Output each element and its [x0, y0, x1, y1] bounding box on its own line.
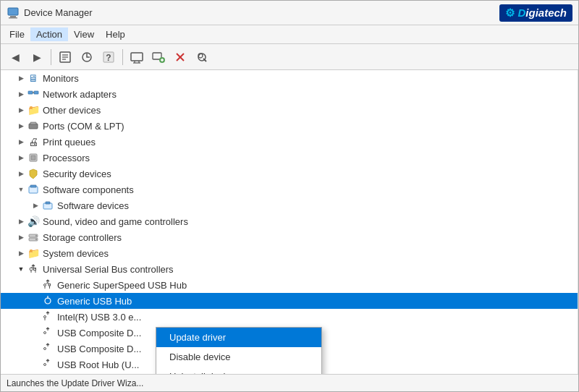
tree-item-print[interactable]: ▶ 🖨 Print queues: [1, 134, 578, 150]
toolbar-help-btn[interactable]: ?: [98, 48, 119, 67]
svg-rect-0: [8, 8, 18, 15]
svg-rect-46: [48, 284, 51, 286]
security-icon: [27, 167, 40, 180]
device-tree[interactable]: ▶ 🖥 Monitors ▶ Network adapters ▶: [1, 70, 578, 374]
tree-toggle-ports[interactable]: ▶: [15, 120, 27, 132]
sw-components-label: Software components: [43, 184, 134, 195]
superspeed-icon: [41, 278, 54, 291]
security-label: Security devices: [43, 169, 111, 179]
menu-help[interactable]: Help: [100, 27, 131, 41]
tree-toggle-system[interactable]: ▶: [15, 247, 27, 259]
tree-item-software-components[interactable]: ▼ Software components: [1, 182, 578, 197]
toolbar-remove-btn[interactable]: [170, 48, 190, 67]
sw-devices-icon: [41, 199, 54, 212]
tree-toggle-print[interactable]: ▶: [15, 136, 27, 148]
toolbar-separator-1: [51, 49, 51, 65]
ports-label: Ports (COM & LPT): [43, 121, 124, 132]
menu-bar: File Action View Help: [1, 25, 578, 44]
svg-point-38: [30, 268, 33, 270]
svg-rect-23: [28, 91, 33, 94]
tree-toggle-usb[interactable]: ▼: [15, 263, 27, 275]
context-disable-device[interactable]: Disable device: [156, 347, 321, 367]
svg-rect-2: [9, 17, 17, 19]
toolbar-monitor-btn[interactable]: [127, 48, 147, 67]
status-text: Launches the Update Driver Wiza...: [7, 378, 143, 388]
svg-line-49: [46, 283, 48, 284]
network-label: Network adapters: [43, 89, 117, 100]
svg-rect-31: [30, 185, 36, 187]
root-hub-icon: [41, 358, 54, 371]
tree-toggle-sw-devices[interactable]: ▶: [30, 200, 41, 211]
other-devices-label: Other devices: [43, 105, 101, 116]
ports-icon: [27, 119, 40, 132]
composite2-icon: [41, 342, 54, 355]
tree-item-security[interactable]: ▶ Security devices: [1, 166, 578, 182]
svg-point-45: [44, 284, 46, 286]
tree-toggle-other[interactable]: ▶: [15, 104, 27, 116]
svg-point-55: [44, 348, 46, 350]
status-bar: Launches the Update Driver Wiza...: [1, 374, 578, 391]
tree-item-generic-usb[interactable]: ▶ Generic USB Hub: [1, 293, 578, 309]
toolbar: ◀ ▶ ?: [1, 44, 578, 70]
network-icon: [27, 88, 40, 101]
tree-item-ports[interactable]: ▶ Ports (COM & LPT): [1, 118, 578, 134]
tree-toggle-security[interactable]: ▶: [15, 168, 27, 179]
tree-toggle-sound[interactable]: ▶: [15, 216, 27, 227]
print-icon: 🖨: [27, 135, 40, 148]
menu-view[interactable]: View: [68, 27, 100, 41]
context-update-driver[interactable]: Update driver: [156, 328, 321, 347]
generic-usb-label: Generic USB Hub: [57, 296, 132, 307]
tree-item-intel-usb[interactable]: ▶ Intel(R) USB 3.0 e...: [1, 309, 578, 325]
usb-controllers-label: Universal Serial Bus controllers: [43, 264, 174, 275]
logo-gear-icon: ⚙: [505, 7, 515, 20]
svg-point-51: [45, 298, 51, 304]
sw-components-icon: [27, 183, 40, 196]
composite2-label: USB Composite D...: [57, 344, 141, 354]
tree-item-monitors[interactable]: ▶ 🖥 Monitors: [1, 70, 578, 86]
tree-item-processors[interactable]: ▶ Processors: [1, 150, 578, 166]
svg-rect-1: [10, 16, 16, 17]
storage-icon: [27, 231, 40, 244]
svg-point-36: [35, 235, 37, 237]
context-uninstall-device[interactable]: Uninstall device: [156, 367, 321, 374]
svg-rect-27: [30, 122, 36, 124]
toolbar-update-btn[interactable]: [77, 48, 97, 67]
tree-item-software-devices[interactable]: ▶ Software devices: [1, 197, 578, 213]
tree-item-generic-superspeed[interactable]: ▶ Generic SuperSpeed USB Hub: [1, 277, 578, 293]
sound-label: Sound, video and game controllers: [43, 216, 188, 227]
tree-item-network[interactable]: ▶ Network adapters: [1, 86, 578, 102]
toolbar-add-btn[interactable]: [148, 48, 169, 67]
tree-toggle-monitors[interactable]: ▶: [15, 72, 27, 84]
system-icon: 📁: [27, 247, 40, 260]
tree-toggle-sw-components[interactable]: ▼: [15, 184, 27, 195]
sound-icon: 🔊: [27, 215, 40, 228]
tree-item-sound[interactable]: ▶ 🔊 Sound, video and game controllers: [1, 213, 578, 229]
root-hub-label: USB Root Hub (U...: [57, 359, 139, 370]
logo-text: Digiatech: [517, 7, 567, 19]
tree-toggle-network[interactable]: ▶: [15, 88, 27, 100]
tree-item-usb-controllers[interactable]: ▼ Universal Serial Bus controllers: [1, 261, 578, 277]
toolbar-forward-btn[interactable]: ▶: [27, 48, 47, 67]
title-bar: Device Manager ⚙ Digiatech: [1, 1, 578, 25]
menu-file[interactable]: File: [4, 27, 30, 41]
window-title: Device Manager: [24, 7, 499, 18]
monitor-icon: 🖥: [27, 72, 40, 85]
tree-toggle-processors[interactable]: ▶: [15, 152, 27, 163]
tree-item-storage[interactable]: ▶ Storage controllers: [1, 229, 578, 245]
tree-item-other-devices[interactable]: ▶ 📁 Other devices: [1, 102, 578, 118]
main-content: ▶ 🖥 Monitors ▶ Network adapters ▶: [1, 70, 578, 374]
svg-rect-30: [29, 187, 38, 193]
tree-item-system[interactable]: ▶ 📁 System devices: [1, 245, 578, 261]
svg-rect-10: [131, 53, 143, 61]
print-label: Print queues: [43, 137, 96, 148]
toolbar-scan-btn[interactable]: [192, 48, 212, 67]
tree-toggle-storage[interactable]: ▶: [15, 231, 27, 243]
device-manager-window: Device Manager ⚙ Digiatech File Action V…: [0, 0, 579, 392]
svg-point-54: [44, 332, 46, 334]
svg-rect-24: [34, 91, 38, 94]
toolbar-back-btn[interactable]: ◀: [5, 48, 25, 67]
toolbar-properties-btn[interactable]: [55, 48, 75, 67]
usb-controller-icon: [27, 263, 40, 276]
svg-rect-33: [46, 202, 50, 204]
menu-action[interactable]: Action: [30, 27, 68, 41]
